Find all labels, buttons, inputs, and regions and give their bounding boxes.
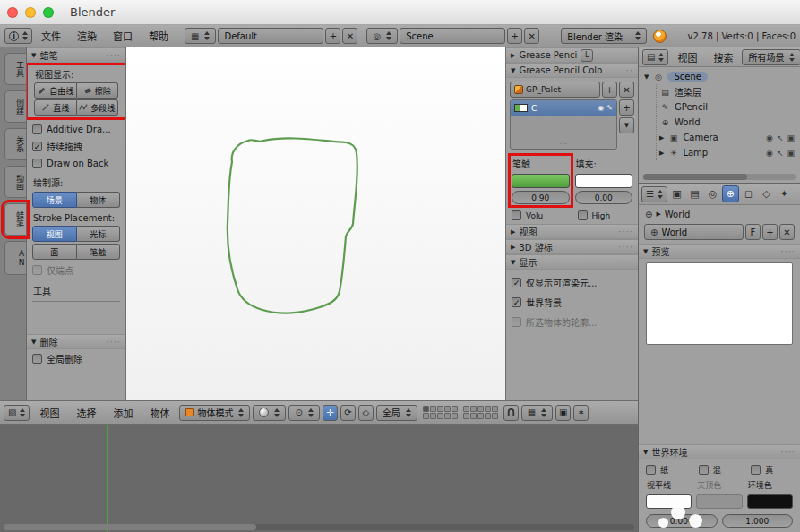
draw-line-button[interactable]: 直线 [34,99,77,116]
display-panel-header[interactable]: ▼ 显示 ···· [506,254,638,270]
viewport-shading-dropdown[interactable] [253,405,286,421]
world-panel-header[interactable]: ▼ 世界环境 ···· [639,444,800,459]
selection-outline-checkbox[interactable]: 所选物体的轮廓... [512,315,632,329]
render-engine-dropdown[interactable]: Blender 渲染 [561,28,647,44]
layer-cell[interactable] [485,413,491,419]
panel-drag-dots-icon[interactable]: ···· [618,257,633,267]
layer-cell[interactable] [463,406,469,412]
manipulator-rotate-button[interactable]: ⟳ [340,405,356,421]
cursor-panel-header[interactable]: ▶ 3D 游标 ···· [506,239,638,254]
paper-sky-checkbox[interactable]: 纸 [646,464,692,476]
row-label[interactable]: GPencil [675,102,708,112]
fill-alpha-slider[interactable]: 0.00 [575,191,633,204]
tab-scene-icon[interactable]: ◎ [704,185,721,202]
layer-cell[interactable] [477,413,484,419]
layer-cell[interactable] [423,413,429,419]
tab-animation[interactable]: 动画 [4,166,26,198]
delete-panel-header[interactable]: ▼ 删除 ···· [27,334,125,349]
maximize-window-button[interactable] [43,7,54,18]
fake-user-button[interactable]: F [745,224,761,240]
outliner-editor-type-button[interactable]: ▤ [642,49,668,65]
draw-polyline-button[interactable]: 多段线 [77,99,119,116]
tab-constraints-icon[interactable]: ◇ [758,185,775,202]
range-slider[interactable]: 1.000 [722,514,794,528]
erase-button[interactable]: 擦除 [77,82,119,99]
add-screen-layout-button[interactable]: + [325,28,340,44]
properties-editor-type-button[interactable]: ☰ [641,186,667,202]
panel-drag-dots-icon[interactable]: ···· [106,337,121,347]
continuous-drawing-checkbox[interactable]: ✓ 持续拖拽 [32,140,120,153]
timeline[interactable] [0,425,638,532]
blend-sky-checkbox[interactable]: 混 [699,464,744,476]
panel-drag-dots-icon[interactable]: ···· [780,447,796,457]
scene-browse-button[interactable]: ◎ [366,28,398,44]
gp-layers-panel-header[interactable]: ▶ Grease Penci L [506,47,638,63]
tab-tools[interactable]: 工具 [4,53,26,85]
screen-layout-browse-button[interactable]: ▦ [185,28,216,44]
row-label[interactable]: World [675,117,701,127]
high-quality-checkbox[interactable]: High [578,210,637,220]
viewport-editor-type-button[interactable]: ▧ [4,405,30,421]
draw-on-back-checkbox[interactable]: Draw on Back [32,159,120,168]
add-color-button[interactable]: + [619,99,634,116]
scene-field[interactable]: Scene [400,28,505,44]
delete-scene-button[interactable]: ✕ [524,28,539,44]
scrollbar-thumb[interactable] [4,524,256,530]
visibility-icon[interactable]: ◉ [766,133,773,142]
renderability-icon[interactable]: ▣ [787,149,795,158]
panel-drag-dots-icon[interactable]: ···· [618,227,633,236]
exposure-slider[interactable]: 0.000 [646,514,718,528]
only-renderable-checkbox[interactable]: ✓ 仅显示可渲染元... [512,276,632,289]
outliner-menu-search[interactable]: 搜索 [706,48,740,66]
scrollbar-thumb[interactable] [643,174,747,180]
world-datablock-field[interactable]: ⊕ World [644,224,744,240]
layer-cell[interactable] [463,413,469,419]
add-scene-button[interactable]: + [507,28,522,44]
source-scene-button[interactable]: 场景 [32,192,77,208]
row-label[interactable]: Camera [683,133,718,142]
screen-layout-field[interactable]: Default [218,28,323,44]
outliner-row-camera[interactable]: ▶ ▣ Camera ◉↖▣ [659,130,800,145]
layer-cell[interactable] [444,406,451,412]
menu-render[interactable]: 渲染 [70,27,104,45]
renderability-icon[interactable]: ▣ [787,133,795,142]
gp-colors-panel-header[interactable]: ▼ Grease Pencil Colo ·· [506,63,638,78]
placement-surface-button[interactable]: 面 [32,244,77,260]
panel-drag-dots-icon[interactable]: ···· [106,50,121,60]
layer-cell[interactable] [452,406,458,412]
add-world-button[interactable]: + [762,224,778,240]
layer-cell[interactable] [437,413,443,419]
outliner-row-scene[interactable]: ▼ ◎ Scene [644,69,800,84]
outliner-scope-dropdown[interactable]: 所有场景 [742,49,800,65]
real-sky-checkbox[interactable]: 真 [751,464,796,476]
tab-an[interactable]: AN [4,241,26,275]
view-panel-header[interactable]: ▶ 视图 ···· [506,224,638,239]
disclosure-triangle-icon[interactable]: ▼ [644,73,649,81]
mode-dropdown[interactable]: 物体模式 [179,405,250,421]
outliner-row-gpencil[interactable]: ✎ GPencil [659,99,800,115]
outliner-row-renderlayers[interactable]: ▤ 渲染层 [659,84,800,99]
stroke-alpha-slider[interactable]: 0.90 [512,191,570,204]
outliner-row-world[interactable]: ⊕ World [659,115,800,130]
additive-drawing-checkbox[interactable]: Additive Dra... [32,124,120,134]
layer-cell[interactable] [470,413,477,419]
ambient-color-swatch[interactable] [747,494,793,509]
layer-cell[interactable] [492,406,498,412]
color-list-item[interactable]: C ◉✎ [511,100,616,116]
panel-drag-dots-icon[interactable]: ···· [618,242,633,252]
layer-cell[interactable] [492,413,498,419]
disclosure-triangle-icon[interactable]: ▶ [659,134,664,142]
manipulator-translate-button[interactable]: ✛ [323,405,338,421]
endpoints-only-checkbox[interactable]: 仅端点 [32,263,120,277]
layer-cell[interactable] [452,413,458,419]
layer-cell[interactable] [477,406,484,412]
layer-cell[interactable] [470,406,477,412]
menu-file[interactable]: 文件 [34,27,68,45]
volumetric-checkbox[interactable]: Volu [512,210,571,220]
outliner-row-lamp[interactable]: ▶ ☀ Lamp ◉↖▣ [659,145,800,160]
tab-render-icon[interactable]: ▣ [668,185,685,202]
horizon-color-swatch[interactable] [646,494,692,509]
row-label[interactable]: Scene [667,72,708,82]
layer-cell[interactable] [437,406,443,412]
manipulator-scale-button[interactable]: ◇ [358,405,374,421]
